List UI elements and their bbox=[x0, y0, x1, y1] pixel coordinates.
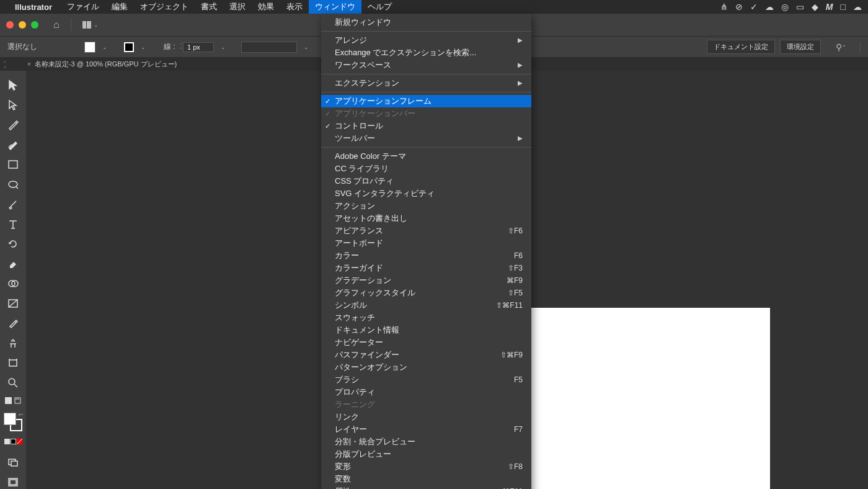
menu-item[interactable]: 効果 bbox=[252, 0, 280, 14]
menu-item[interactable]: スウォッチ bbox=[321, 312, 531, 324]
curvature-tool[interactable] bbox=[6, 138, 20, 151]
maximize-window-button[interactable] bbox=[31, 21, 38, 29]
document-tab[interactable]: × 名称未設定-3 @ 100% (RGB/GPU プレビュー) bbox=[27, 60, 177, 69]
menu-item[interactable]: 分版プレビュー bbox=[321, 448, 531, 460]
eyedropper-tool[interactable] bbox=[6, 316, 20, 330]
screen-mode-tool[interactable] bbox=[6, 455, 20, 469]
change-screen-mode[interactable] bbox=[6, 475, 20, 489]
rotate-tool[interactable] bbox=[6, 237, 20, 251]
shape-builder-tool[interactable] bbox=[6, 277, 20, 290]
menu-item[interactable]: カラーF6 bbox=[321, 249, 531, 262]
dropbox-icon[interactable]: ⋔ bbox=[720, 2, 728, 12]
menu-item[interactable]: リンク bbox=[321, 411, 531, 423]
menu-item[interactable]: ✓コントロール bbox=[321, 120, 531, 132]
brush-dd[interactable]: ⌄ bbox=[302, 43, 311, 52]
stroke-width-input[interactable]: ˆˇ 1 px bbox=[180, 42, 214, 52]
fill-dropdown[interactable]: ⌄ bbox=[100, 43, 109, 52]
menu-item[interactable]: パスファインダー⇧⌘F9 bbox=[321, 349, 531, 361]
stroke-width-dd[interactable]: ⌄ bbox=[219, 43, 228, 52]
menu-item[interactable]: ファイル bbox=[61, 0, 105, 14]
menu-item[interactable]: ブラシF5 bbox=[321, 374, 531, 386]
draw-mode-row[interactable] bbox=[4, 439, 22, 444]
menu-item[interactable]: 表示 bbox=[280, 0, 309, 14]
menu-item[interactable]: Exchange でエクステンションを検索... bbox=[321, 47, 531, 59]
artboard[interactable] bbox=[531, 308, 770, 489]
panel-handle[interactable]: ››≡ bbox=[4, 59, 6, 70]
brush-selector[interactable] bbox=[241, 42, 297, 53]
minimize-window-button[interactable] bbox=[19, 21, 26, 29]
menu-item[interactable]: アレンジ▶ bbox=[321, 34, 531, 47]
type-tool[interactable] bbox=[6, 217, 20, 231]
menu-item[interactable]: 変数 bbox=[321, 473, 531, 485]
menu-item[interactable]: ヘルプ bbox=[361, 0, 398, 14]
home-icon[interactable]: ⌂ bbox=[53, 19, 60, 30]
menu-item[interactable]: ウィンドウ bbox=[309, 0, 361, 14]
menu-item[interactable]: 新規ウィンドウ bbox=[321, 16, 531, 29]
menu-item[interactable]: オブジェクト bbox=[134, 0, 195, 14]
menu-item[interactable]: 属性⌘F11 bbox=[321, 485, 531, 489]
menu-item[interactable]: CSS プロパティ bbox=[321, 175, 531, 187]
cc-icon[interactable]: ◎ bbox=[781, 2, 789, 12]
stroke-swatch[interactable] bbox=[124, 42, 134, 52]
app-name[interactable]: Illustrator bbox=[15, 2, 52, 12]
square-icon[interactable]: □ bbox=[841, 2, 846, 12]
preferences-button[interactable]: 環境設定 bbox=[780, 40, 821, 54]
rectangle-tool[interactable] bbox=[6, 158, 20, 171]
ellipse-tool[interactable] bbox=[6, 177, 20, 191]
menu-item[interactable]: エクステンション▶ bbox=[321, 77, 531, 89]
menu-item[interactable]: ナビゲーター bbox=[321, 336, 531, 349]
cloud-icon[interactable]: ☁ bbox=[765, 2, 774, 12]
menu-item[interactable]: ✓アプリケーションフレーム bbox=[321, 95, 531, 107]
menu-item[interactable]: プロパティ bbox=[321, 386, 531, 398]
artboard-tool[interactable] bbox=[6, 356, 20, 370]
menu-item[interactable]: ワークスペース▶ bbox=[321, 59, 531, 71]
app-m-icon[interactable]: M bbox=[826, 2, 833, 12]
menu-item[interactable]: 編集 bbox=[105, 0, 134, 14]
menu-item[interactable]: シンボル⇧⌘F11 bbox=[321, 299, 531, 312]
menu-item[interactable]: アートボード bbox=[321, 237, 531, 249]
document-setup-button[interactable]: ドキュメント設定 bbox=[707, 40, 775, 54]
close-tab-icon[interactable]: × bbox=[27, 61, 31, 68]
selection-tool[interactable] bbox=[6, 78, 20, 92]
check-icon[interactable]: ✓ bbox=[750, 2, 758, 12]
menu-item[interactable]: CC ライブラリ bbox=[321, 163, 531, 175]
menu-item[interactable]: 選択 bbox=[223, 0, 252, 14]
submenu-arrow-icon: ▶ bbox=[518, 35, 523, 46]
menu-item[interactable]: SVG インタラクティビティ bbox=[321, 187, 531, 200]
menu-item[interactable]: カラーガイド⇧F3 bbox=[321, 262, 531, 274]
fill-swatch[interactable] bbox=[84, 42, 95, 53]
pin-icon[interactable]: ⚲⌄ bbox=[833, 42, 849, 52]
direct-selection-tool[interactable] bbox=[6, 98, 20, 112]
menu-item[interactable]: 変形⇧F8 bbox=[321, 460, 531, 473]
menu-item[interactable]: ツールバー▶ bbox=[321, 132, 531, 145]
menu-item-label: アクション bbox=[335, 200, 523, 212]
symbol-sprayer-tool[interactable] bbox=[6, 336, 20, 350]
layout-toggle[interactable]: ⌄ bbox=[82, 21, 99, 29]
gradient-tool[interactable] bbox=[6, 297, 20, 310]
wifi-icon[interactable]: ◆ bbox=[812, 2, 818, 12]
menu-item[interactable]: アクション bbox=[321, 200, 531, 212]
color-swap[interactable]: ⤺ bbox=[4, 413, 22, 431]
eraser-tool[interactable] bbox=[6, 257, 20, 271]
fill-stroke-mode[interactable] bbox=[5, 397, 21, 404]
menu-item[interactable]: アピアランス⇧F6 bbox=[321, 225, 531, 237]
pen-tool[interactable] bbox=[6, 118, 20, 132]
menu-item-label: アプリケーションフレーム bbox=[335, 96, 523, 107]
menu-item[interactable]: パターンオプション bbox=[321, 361, 531, 374]
menu-item[interactable]: アセットの書き出し bbox=[321, 212, 531, 225]
menu-item[interactable]: グラデーション⌘F9 bbox=[321, 274, 531, 287]
menu-item[interactable]: グラフィックスタイル⇧F5 bbox=[321, 287, 531, 299]
close-window-button[interactable] bbox=[6, 21, 14, 29]
paintbrush-tool[interactable] bbox=[6, 197, 20, 211]
menu-item-label: パスファインダー bbox=[335, 349, 500, 361]
zoom-tool[interactable] bbox=[6, 376, 20, 390]
weather-icon[interactable]: ☁ bbox=[853, 2, 862, 12]
stroke-dropdown[interactable]: ⌄ bbox=[139, 43, 148, 52]
display-icon[interactable]: ▭ bbox=[796, 2, 804, 12]
sync-icon[interactable]: ⊘ bbox=[735, 2, 743, 12]
menu-item[interactable]: 書式 bbox=[195, 0, 223, 14]
menu-item[interactable]: Adobe Color テーマ bbox=[321, 150, 531, 163]
menu-item[interactable]: 分割・統合プレビュー bbox=[321, 436, 531, 448]
menu-item[interactable]: ドキュメント情報 bbox=[321, 324, 531, 336]
menu-item[interactable]: レイヤーF7 bbox=[321, 423, 531, 436]
